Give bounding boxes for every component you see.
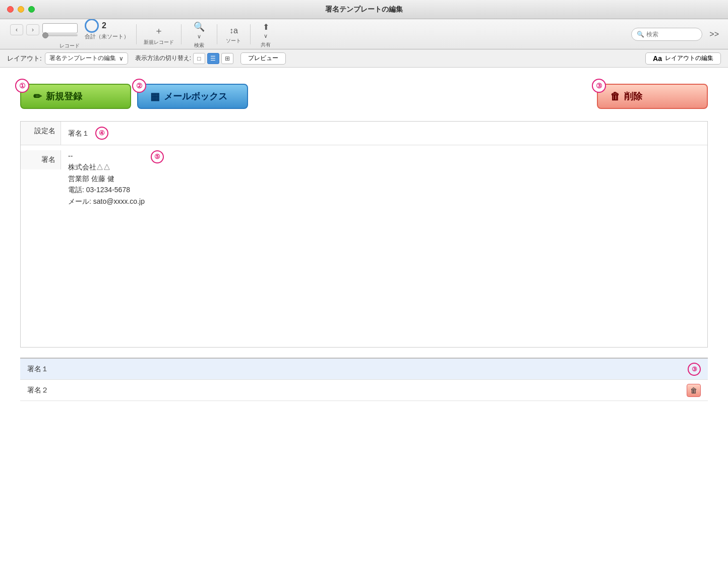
view-toggle-prefix: 表示方法の切り替え: (135, 54, 191, 63)
mailbox-label: メールボックス (164, 90, 227, 102)
navigation-section: ‹ › 1 2 合計（未ソート） レコード (6, 19, 133, 49)
layout-selector: レイアウト: 署名テンプレートの編集 ∨ (7, 52, 128, 65)
edit-layout-label: レイアウトの編集 (665, 54, 713, 63)
divider-1 (136, 24, 137, 44)
prev-record-button[interactable]: ‹ (10, 24, 23, 35)
setting-name-label: 設定名 (21, 122, 61, 145)
edit-layout-button[interactable]: Aa レイアウトの編集 (645, 52, 721, 65)
layout-dropdown[interactable]: 署名テンプレートの編集 ∨ (45, 52, 128, 65)
list-view-button[interactable]: ☰ (207, 53, 219, 64)
setting-name-badge: ④ (95, 127, 108, 140)
record-label: レコード (59, 42, 80, 49)
trash-icon: 🗑 (610, 91, 620, 102)
record-count: 2 (102, 21, 106, 30)
search-box-icon: 🔍 (637, 31, 644, 38)
share-icon: ⬆ (263, 22, 269, 32)
list-item-2-delete-button[interactable]: 🗑 (687, 384, 701, 397)
search-dropdown-icon: ∨ (197, 33, 201, 40)
record-count-area: 2 合計（未ソート） (85, 19, 129, 40)
new-record-button[interactable]: ① ✏ 新規登録 (20, 84, 131, 109)
share-toolbar-button[interactable]: ⬆ ∨ (258, 20, 274, 41)
list-item-1-badge: ③ (688, 363, 701, 376)
mailbox-badge: ② (132, 79, 146, 93)
share-label: 共有 (261, 41, 271, 48)
delete-label: 削除 (624, 90, 642, 102)
new-record-label: 新規登録 (46, 90, 82, 102)
circle-indicator (85, 19, 99, 33)
main-content: ① ✏ 新規登録 ② ▦ メールボックス ③ 🗑 削除 設定名 署名１ ④ (0, 68, 728, 571)
more-button[interactable]: >> (706, 30, 722, 39)
list-item-1[interactable]: 署名１ ③ (20, 359, 708, 380)
record-input[interactable]: 1 (42, 23, 78, 33)
share-dropdown-icon: ∨ (264, 33, 268, 39)
slider-thumb (42, 32, 48, 38)
setting-name-value[interactable]: 署名１ ④ (61, 122, 707, 145)
layout-bar: レイアウト: 署名テンプレートの編集 ∨ 表示方法の切り替え: □ ☰ ⊞ プレ… (0, 49, 728, 68)
record-total: 合計（未ソート） (85, 33, 129, 40)
plus-icon: ＋ (154, 25, 163, 37)
traffic-lights (7, 6, 35, 13)
search-input[interactable] (646, 31, 697, 38)
view-toggle-group: 表示方法の切り替え: □ ☰ ⊞ (135, 53, 233, 64)
sort-toolbar-button[interactable]: ↕a (224, 24, 243, 37)
divider-3 (217, 24, 217, 44)
search-icon: 🔍 (194, 21, 205, 32)
trash-icon-small: 🗑 (690, 386, 697, 394)
preview-button[interactable]: プレビュー (240, 52, 286, 65)
close-button[interactable] (7, 6, 14, 13)
maximize-button[interactable] (28, 6, 35, 13)
layout-prefix: レイアウト: (7, 54, 42, 63)
minimize-button[interactable] (18, 6, 24, 13)
layout-name: 署名テンプレートの編集 (49, 54, 116, 63)
bottom-list: 署名１ ③ 署名２ 🗑 (20, 358, 708, 401)
delete-badge: ③ (592, 79, 606, 93)
signature-badge: ⑤ (151, 150, 164, 163)
action-buttons: ① ✏ 新規登録 ② ▦ メールボックス ③ 🗑 削除 (20, 84, 708, 109)
slider-track[interactable] (42, 34, 78, 36)
signature-text: -- 株式会社△△ 営業部 佐藤 健 電話: 03-1234-5678 メール:… (68, 150, 145, 207)
sort-label: ソート (226, 37, 241, 44)
new-record-toolbar-button[interactable]: ＋ (149, 23, 168, 39)
signature-label: 署名 (21, 150, 61, 169)
mailbox-icon: ▦ (150, 90, 160, 102)
list-item-2[interactable]: 署名２ 🗑 (20, 380, 708, 401)
form-section: 設定名 署名１ ④ 署名 -- 株式会社△△ 営業部 佐藤 健 電話: 03-1… (20, 121, 708, 348)
grid-view-button[interactable]: ⊞ (221, 53, 233, 64)
chevron-down-icon: ∨ (119, 55, 124, 62)
search-toolbar-button[interactable]: 🔍 ∨ (189, 19, 210, 42)
search-section: 🔍 ∨ 検索 (185, 19, 214, 49)
divider-2 (181, 24, 181, 44)
sort-icon: ↕a (229, 26, 238, 35)
single-view-button[interactable]: □ (193, 53, 205, 64)
mailbox-button[interactable]: ② ▦ メールボックス (137, 84, 248, 109)
new-record-label: 新規レコード (144, 39, 174, 46)
window-title: 署名テンプレートの編集 (325, 5, 403, 14)
search-label: 検索 (194, 42, 204, 49)
signature-row: 署名 -- 株式会社△△ 営業部 佐藤 健 電話: 03-1234-5678 メ… (21, 145, 707, 347)
next-record-button[interactable]: › (26, 24, 39, 35)
list-item-2-label: 署名２ (27, 386, 48, 395)
record-slider-container: 1 (42, 23, 78, 36)
toolbar: ‹ › 1 2 合計（未ソート） レコード ＋ 新規レコード (0, 19, 728, 49)
signature-value[interactable]: -- 株式会社△△ 営業部 佐藤 健 電話: 03-1234-5678 メール:… (61, 145, 707, 347)
sort-section: ↕a ソート (220, 24, 247, 44)
new-record-section: ＋ 新規レコード (140, 23, 178, 46)
share-section: ⬆ ∨ 共有 (254, 20, 278, 48)
divider-4 (250, 24, 251, 44)
list-item-1-label: 署名１ (27, 365, 48, 374)
new-record-badge: ① (15, 79, 29, 93)
setting-name-row: 設定名 署名１ ④ (21, 122, 707, 145)
font-icon: Aa (653, 54, 662, 63)
pencil-icon: ✏ (33, 90, 42, 102)
title-bar: 署名テンプレートの編集 (0, 0, 728, 19)
delete-button[interactable]: ③ 🗑 削除 (597, 84, 708, 109)
search-box[interactable]: 🔍 (631, 28, 702, 41)
